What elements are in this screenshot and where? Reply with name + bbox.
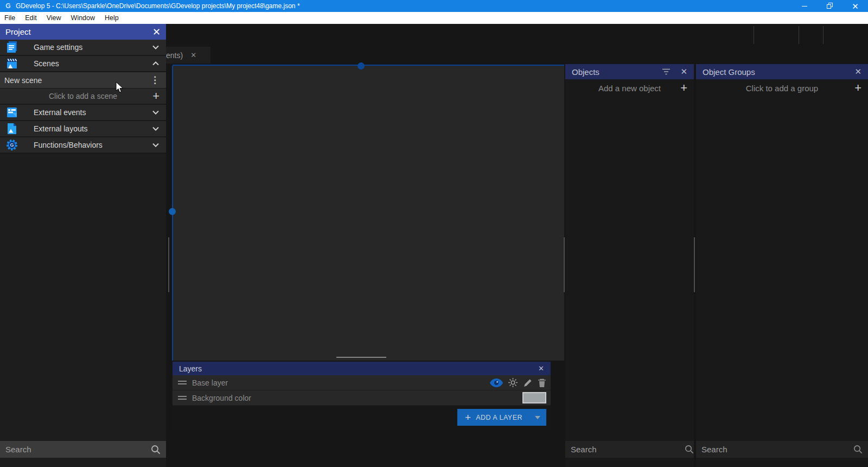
chevron-down-icon bbox=[151, 108, 161, 117]
delete-icon[interactable] bbox=[538, 378, 546, 388]
groups-search-input[interactable] bbox=[696, 445, 853, 454]
layers-panel-title: Layers bbox=[179, 364, 538, 373]
menubar: File Edit View Window Help bbox=[0, 12, 868, 24]
add-group-plus-icon[interactable]: + bbox=[854, 83, 861, 93]
close-button[interactable]: ✕ bbox=[843, 0, 868, 12]
add-scene-row[interactable]: Click to add a scene + bbox=[0, 89, 166, 105]
resize-handle-top[interactable] bbox=[358, 62, 365, 70]
caret-down-icon bbox=[535, 416, 540, 419]
search-icon bbox=[853, 444, 863, 455]
objects-search-bar bbox=[565, 441, 694, 458]
objects-panel-close-icon[interactable]: ✕ bbox=[680, 67, 687, 77]
minimize-button[interactable] bbox=[792, 0, 817, 12]
restore-icon bbox=[827, 3, 833, 9]
project-search-input[interactable] bbox=[0, 445, 150, 454]
add-group-label: Click to add a group bbox=[746, 84, 818, 93]
layers-panel-drag-handle[interactable] bbox=[336, 357, 386, 358]
layers-panel-footer: + ADD A LAYER bbox=[173, 406, 551, 430]
section-external-events[interactable]: External events bbox=[0, 105, 166, 121]
add-object-plus-icon[interactable]: + bbox=[680, 83, 687, 93]
filter-icon[interactable] bbox=[662, 68, 671, 75]
objects-panel: Objects ✕ Add a new object + bbox=[565, 64, 694, 467]
objects-search-input[interactable] bbox=[565, 445, 684, 454]
drag-handle-icon[interactable] bbox=[178, 396, 187, 400]
layers-panel: Layers ✕ Base layer Backgr bbox=[173, 362, 551, 430]
effects-icon[interactable] bbox=[508, 377, 518, 388]
functions-behaviors-icon: G bbox=[5, 138, 18, 152]
gdevelop-logo-icon: G bbox=[4, 2, 12, 10]
add-object-row[interactable]: Add a new object + bbox=[565, 79, 694, 97]
layers-panel-header: Layers ✕ bbox=[173, 362, 551, 375]
scene-canvas[interactable] bbox=[173, 65, 564, 361]
game-settings-icon bbox=[5, 41, 18, 54]
add-object-label: Add a new object bbox=[598, 84, 661, 93]
add-group-row[interactable]: Click to add a group + bbox=[696, 79, 868, 97]
panel-splitter-left[interactable] bbox=[168, 237, 169, 292]
tab-label: ents) bbox=[166, 51, 183, 60]
section-label: External events bbox=[34, 108, 86, 117]
layer-label: Base layer bbox=[192, 378, 228, 387]
scene-item-menu-icon[interactable]: ⋮ bbox=[148, 74, 162, 86]
groups-search-bar bbox=[696, 441, 868, 458]
section-label: Functions/Behaviors bbox=[34, 141, 103, 149]
object-groups-panel-title: Object Groups bbox=[703, 67, 845, 77]
window-title: GDevelop 5 - C:\Users\Sparkle\OneDrive\D… bbox=[16, 2, 300, 10]
search-icon bbox=[684, 444, 694, 455]
chevron-down-icon bbox=[151, 42, 161, 52]
menu-view[interactable]: View bbox=[42, 12, 66, 24]
section-scenes[interactable]: Scenes bbox=[0, 56, 166, 72]
toolbar-separator bbox=[823, 26, 824, 44]
chevron-down-icon bbox=[151, 140, 161, 150]
search-icon bbox=[150, 444, 161, 455]
add-scene-label: Click to add a scene bbox=[49, 92, 117, 100]
panel-splitter-groups[interactable] bbox=[694, 237, 695, 292]
tab-scene-events[interactable]: ents) ✕ bbox=[161, 47, 210, 64]
visibility-icon[interactable] bbox=[490, 378, 503, 387]
menu-file[interactable]: File bbox=[0, 12, 20, 24]
layer-label: Background color bbox=[192, 394, 251, 402]
scene-item-label: New scene bbox=[4, 76, 42, 85]
section-game-settings[interactable]: Game settings bbox=[0, 40, 166, 56]
add-layer-button[interactable]: + ADD A LAYER bbox=[457, 409, 546, 426]
section-label: External layouts bbox=[34, 124, 88, 133]
object-groups-panel-close-icon[interactable]: ✕ bbox=[854, 67, 861, 77]
scene-item-new-scene[interactable]: New scene ⋮ bbox=[0, 72, 166, 89]
menu-edit[interactable]: Edit bbox=[20, 12, 42, 24]
toolbar-separator bbox=[754, 26, 754, 44]
resize-handle-left[interactable] bbox=[169, 208, 176, 215]
panel-splitter-objects[interactable] bbox=[564, 237, 565, 292]
section-label: Game settings bbox=[34, 43, 82, 52]
edit-icon[interactable] bbox=[523, 378, 533, 388]
project-panel-close-icon[interactable]: ✕ bbox=[152, 27, 161, 37]
section-external-layouts[interactable]: External layouts bbox=[0, 121, 166, 137]
section-label: Scenes bbox=[34, 59, 59, 68]
objects-panel-header: Objects ✕ bbox=[565, 64, 694, 79]
toolbar-separator bbox=[799, 26, 799, 44]
project-search-bar bbox=[0, 441, 166, 458]
plus-icon: + bbox=[465, 412, 471, 424]
svg-text:G: G bbox=[10, 142, 14, 148]
section-functions-behaviors[interactable]: G Functions/Behaviors bbox=[0, 137, 166, 154]
scenes-icon bbox=[5, 57, 18, 70]
close-icon: ✕ bbox=[852, 2, 859, 10]
layers-panel-close-icon[interactable]: ✕ bbox=[538, 364, 544, 373]
drag-handle-icon[interactable] bbox=[178, 381, 187, 384]
menu-window[interactable]: Window bbox=[66, 12, 100, 24]
menu-help[interactable]: Help bbox=[100, 12, 124, 24]
tab-close-icon[interactable]: ✕ bbox=[190, 51, 196, 59]
add-layer-dropdown[interactable] bbox=[529, 409, 546, 426]
restore-button[interactable] bbox=[817, 0, 843, 12]
layer-row-background-color[interactable]: Background color bbox=[173, 390, 551, 406]
window-controls: ✕ bbox=[792, 0, 868, 12]
add-scene-plus-icon[interactable]: + bbox=[152, 91, 159, 102]
project-panel-header: Project ✕ bbox=[0, 24, 166, 40]
add-layer-label: ADD A LAYER bbox=[476, 414, 522, 421]
chevron-down-icon bbox=[151, 124, 161, 134]
external-layouts-icon bbox=[5, 122, 18, 135]
layer-row-base[interactable]: Base layer bbox=[173, 375, 551, 390]
project-panel-title: Project bbox=[5, 27, 152, 36]
object-groups-panel: Object Groups ✕ Click to add a group + bbox=[696, 64, 868, 467]
project-panel: Project ✕ Game settings Scenes New scene… bbox=[0, 24, 166, 467]
background-color-swatch[interactable] bbox=[522, 392, 546, 403]
mouse-cursor bbox=[116, 81, 124, 93]
